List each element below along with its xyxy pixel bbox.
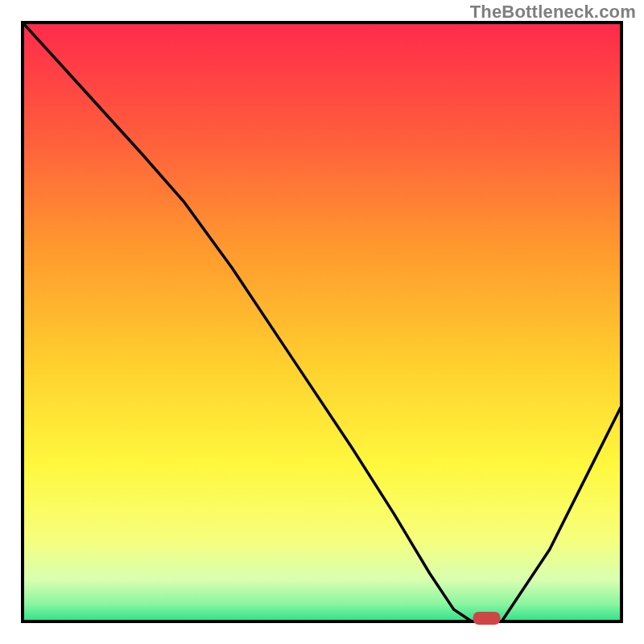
gradient-background [23,23,621,621]
minimum-marker [473,612,501,625]
watermark-text: TheBottleneck.com [470,2,636,23]
chart-canvas [0,0,644,644]
